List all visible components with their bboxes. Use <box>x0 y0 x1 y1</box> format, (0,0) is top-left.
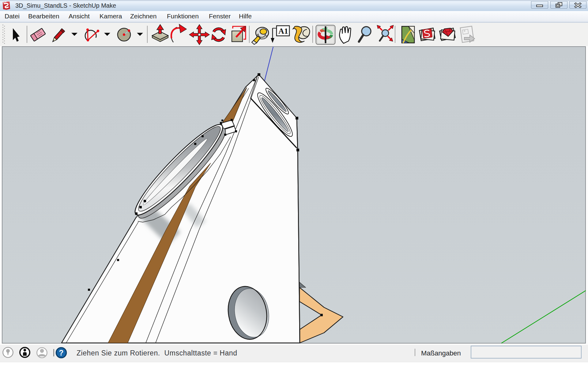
svg-text:?: ? <box>59 348 63 357</box>
svg-text:A1: A1 <box>278 27 288 36</box>
